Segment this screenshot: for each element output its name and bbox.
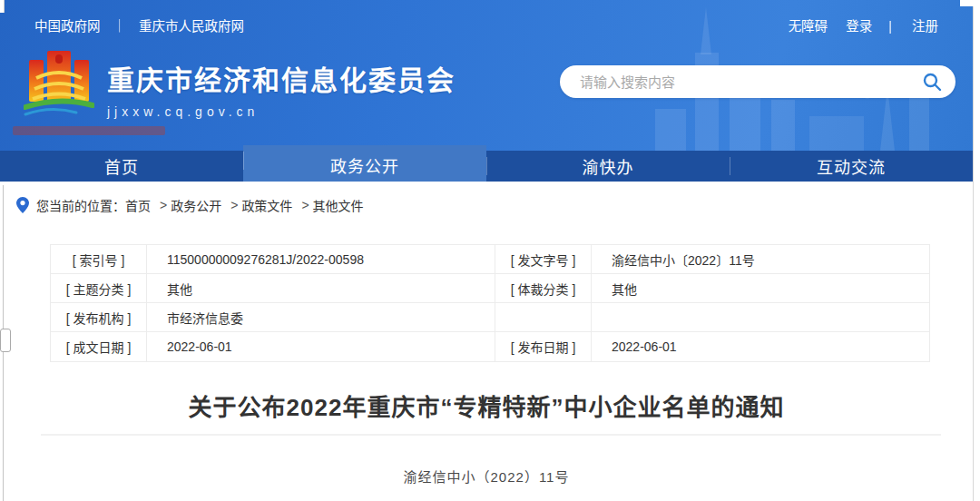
topbar-right: 无障碍 登录 | 注册 bbox=[774, 15, 938, 34]
header-banner: 中国政府网 ｜ 重庆市人民政府网 无障碍 登录 | 注册 bbox=[0, 0, 980, 151]
breadcrumb-gov-disclosure[interactable]: 政务公开 bbox=[171, 196, 221, 214]
meta-value-doc-symbol: 渝经信中小〔2022〕11号 bbox=[592, 245, 929, 274]
breadcrumb: 您当前的位置： 首页 > 政务公开 > 政策文件 > 其他文件 bbox=[0, 185, 973, 225]
site-title: 重庆市经济和信息化委员会 bbox=[107, 58, 456, 98]
page-right-edge bbox=[973, 0, 980, 501]
login-register-separator: | bbox=[888, 19, 892, 34]
topbar-left: 中国政府网 ｜ 重庆市人民政府网 bbox=[34, 15, 244, 34]
brand-row: 重庆市经济和信息化委员会 jjxxw.cq.gov.cn bbox=[24, 47, 456, 129]
breadcrumb-home[interactable]: 首页 bbox=[125, 196, 151, 214]
meta-label-index-no: [ 索引号 ] bbox=[51, 245, 147, 274]
link-login[interactable]: 登录 bbox=[846, 19, 872, 34]
topbar-separator: ｜ bbox=[113, 19, 127, 34]
doc-meta-table: [ 索引号 ] 11500000009276281J/2022-00598 [ … bbox=[50, 244, 930, 362]
meta-value-empty bbox=[592, 303, 929, 332]
location-pin-icon bbox=[16, 197, 29, 213]
article-doc-number: 渝经信中小（2022）11号 bbox=[0, 467, 973, 486]
site-logo-icon[interactable] bbox=[24, 47, 94, 129]
meta-label-doc-symbol: [ 发文字号 ] bbox=[495, 245, 592, 274]
link-cq-gov[interactable]: 重庆市人民政府网 bbox=[139, 19, 244, 34]
search-icon[interactable] bbox=[922, 72, 942, 92]
nav-item-yukuaiban[interactable]: 渝快办 bbox=[486, 151, 730, 182]
meta-label-issuing-org: [ 发布机构 ] bbox=[51, 303, 147, 332]
meta-value-written-date: 2022-06-01 bbox=[147, 332, 495, 361]
meta-value-genre-class: 其他 bbox=[592, 274, 929, 303]
nav-item-home[interactable]: 首页 bbox=[0, 151, 243, 182]
search-box bbox=[560, 65, 956, 98]
breadcrumb-policy-files[interactable]: 政策文件 bbox=[241, 196, 292, 214]
article-title: 关于公布2022年重庆市“专精特新”中小企业名单的通知 bbox=[0, 388, 973, 422]
site-url: jjxxw.cq.gov.cn bbox=[107, 104, 456, 119]
breadcrumb-separator: > bbox=[230, 198, 238, 212]
link-china-gov[interactable]: 中国政府网 bbox=[34, 19, 101, 34]
main-nav: 首页 政务公开 渝快办 互动交流 bbox=[0, 151, 973, 182]
top-left-corner bbox=[0, 0, 5, 13]
link-register[interactable]: 注册 bbox=[912, 19, 938, 34]
page: 中国政府网 ｜ 重庆市人民政府网 无障碍 登录 | 注册 bbox=[0, 0, 980, 501]
meta-value-topic-class: 其他 bbox=[147, 274, 495, 303]
title-divider bbox=[41, 434, 941, 436]
meta-label-empty bbox=[495, 303, 592, 332]
search-input[interactable] bbox=[560, 65, 914, 98]
meta-label-publish-date: [ 发布日期 ] bbox=[495, 332, 592, 361]
link-accessibility[interactable]: 无障碍 bbox=[789, 19, 828, 34]
brand-text: 重庆市经济和信息化委员会 jjxxw.cq.gov.cn bbox=[107, 58, 456, 119]
breadcrumb-other-files: 其他文件 bbox=[313, 196, 364, 214]
meta-value-index-no: 11500000009276281J/2022-00598 bbox=[147, 245, 495, 274]
meta-value-publish-date: 2022-06-01 bbox=[592, 332, 929, 361]
topbar: 中国政府网 ｜ 重庆市人民政府网 无障碍 登录 | 注册 bbox=[0, 0, 973, 34]
meta-label-topic-class: [ 主题分类 ] bbox=[51, 274, 147, 303]
side-drag-handle[interactable] bbox=[0, 329, 11, 352]
meta-label-written-date: [ 成文日期 ] bbox=[51, 332, 147, 361]
meta-label-genre-class: [ 体裁分类 ] bbox=[495, 274, 592, 303]
nav-item-interaction[interactable]: 互动交流 bbox=[730, 151, 973, 182]
breadcrumb-prefix: 您当前的位置： bbox=[36, 196, 125, 214]
top-right-corner bbox=[960, 0, 980, 6]
breadcrumb-separator: > bbox=[160, 198, 167, 212]
meta-value-issuing-org: 市经济信息委 bbox=[147, 303, 495, 332]
nav-item-gov-disclosure[interactable]: 政务公开 bbox=[243, 145, 486, 182]
breadcrumb-separator: > bbox=[301, 198, 309, 212]
